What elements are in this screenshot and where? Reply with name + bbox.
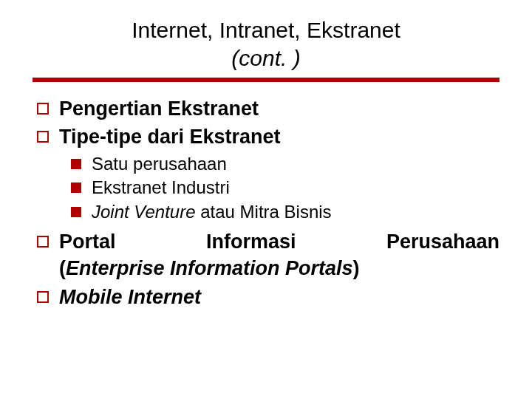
bullet-level1: Tipe-tipe dari Ekstranet bbox=[37, 123, 499, 150]
bullet-text: Pengertian Ekstranet bbox=[59, 95, 259, 122]
bullet-text: Tipe-tipe dari Ekstranet bbox=[59, 123, 281, 150]
hollow-square-icon bbox=[37, 131, 49, 143]
filled-square-icon bbox=[71, 183, 81, 193]
bullet-level2: Joint Venture atau Mitra Bisnis bbox=[71, 200, 499, 224]
bullet-text: Satu perusahaan bbox=[92, 152, 227, 176]
hollow-square-icon bbox=[37, 236, 49, 248]
bullet-level1-continuation: (Enterprise Information Portals) bbox=[37, 255, 499, 282]
bullet-level1: Mobile Internet bbox=[37, 284, 499, 310]
title-underline bbox=[33, 78, 499, 82]
slide: Internet, Intranet, Ekstranet (cont. ) P… bbox=[0, 0, 532, 399]
title-line-2: (cont. ) bbox=[231, 46, 300, 70]
hollow-square-icon bbox=[37, 291, 49, 303]
slide-title: Internet, Intranet, Ekstranet (cont. ) bbox=[33, 16, 499, 72]
bullet-level2: Satu perusahaan bbox=[71, 152, 499, 176]
bullet-level1: Portal Informasi Perusahaan bbox=[37, 228, 499, 255]
bullet-text: (Enterprise Information Portals) bbox=[59, 255, 360, 282]
bullet-text: Joint Venture atau Mitra Bisnis bbox=[92, 200, 332, 224]
bullet-level2: Ekstranet Industri bbox=[71, 176, 499, 200]
filled-square-icon bbox=[71, 159, 81, 169]
title-line-1: Internet, Intranet, Ekstranet bbox=[132, 18, 400, 42]
hollow-square-icon bbox=[37, 103, 49, 115]
filled-square-icon bbox=[71, 207, 81, 217]
bullet-text: Ekstranet Industri bbox=[92, 176, 230, 200]
bullet-text: Mobile Internet bbox=[59, 284, 201, 310]
bullet-level1: Pengertian Ekstranet bbox=[37, 95, 499, 122]
bullet-text: Portal Informasi Perusahaan bbox=[59, 228, 499, 255]
slide-body: Pengertian Ekstranet Tipe-tipe dari Ekst… bbox=[33, 95, 499, 310]
